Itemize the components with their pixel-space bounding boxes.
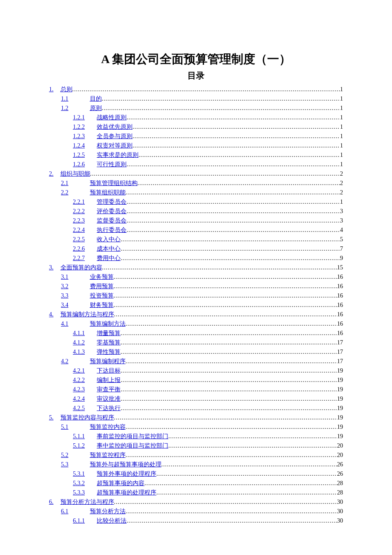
toc-page-number: 3 xyxy=(340,207,343,216)
toc-number-link[interactable]: 4. xyxy=(49,310,54,319)
toc-label-link[interactable]: 监督委员会 xyxy=(97,216,127,225)
toc-number-link[interactable]: 1.1 xyxy=(61,94,69,103)
toc-label-link[interactable]: 零基预算 xyxy=(97,338,121,347)
toc-label-link[interactable]: 下达目标 xyxy=(97,366,121,375)
toc-label-link[interactable]: 预算编制方法与程序 xyxy=(61,310,114,319)
toc-number-link[interactable]: 2.2 xyxy=(61,188,69,197)
toc-number-link[interactable]: 6. xyxy=(49,497,54,506)
toc-label-link[interactable]: 全员参与原则 xyxy=(97,132,133,141)
toc-number-link[interactable]: 5. xyxy=(49,413,54,422)
toc-label-link[interactable]: 预算外与超预算事项的处理 xyxy=(90,460,161,469)
toc-label-link[interactable]: 下达执行 xyxy=(97,404,121,413)
toc-number-link[interactable]: 4.2.4 xyxy=(73,394,85,403)
toc-label-link[interactable]: 执行委员会 xyxy=(97,225,127,234)
toc-number-link[interactable]: 4.2 xyxy=(61,357,69,366)
toc-number-link[interactable]: 2.2.5 xyxy=(73,235,85,244)
toc-number-link[interactable]: 6.1.1 xyxy=(73,516,85,525)
toc-label-link[interactable]: 总则 xyxy=(61,85,72,94)
toc-label-link[interactable]: 全面预算的内容 xyxy=(61,263,102,272)
toc-label-link[interactable]: 收入中心 xyxy=(97,235,121,244)
toc-label-link[interactable]: 成本中心 xyxy=(97,244,121,253)
toc-number-link[interactable]: 2.2.1 xyxy=(73,197,85,206)
toc-label-link[interactable]: 原则 xyxy=(90,104,102,113)
toc-label-link[interactable]: 比较分析法 xyxy=(97,516,127,525)
toc-label-link[interactable]: 预算编制方法 xyxy=(90,319,126,328)
toc-page-number: 16 xyxy=(337,329,343,338)
toc-number-link[interactable]: 3.2 xyxy=(61,282,69,291)
toc-label-link[interactable]: 预算编制程序 xyxy=(90,357,126,366)
toc-number-link[interactable]: 5.3.1 xyxy=(73,469,85,478)
toc-number-link[interactable]: 3.4 xyxy=(61,301,69,309)
toc-label-link[interactable]: 预算管理组织结构 xyxy=(90,179,138,188)
toc-dots: ........................................… xyxy=(133,132,340,141)
toc-label-link[interactable]: 组织与职能 xyxy=(61,169,90,178)
toc-row: 1.2.6可行性原则..............................… xyxy=(49,160,343,169)
toc-number-link[interactable]: 4.1.2 xyxy=(73,338,85,347)
toc-number-link[interactable]: 1. xyxy=(49,85,54,94)
toc-number-link[interactable]: 1.2.3 xyxy=(73,132,85,141)
toc-label-link[interactable]: 预算监控内容与程序 xyxy=(61,413,114,422)
toc-label-link[interactable]: 预算监控内容 xyxy=(90,422,126,431)
toc-label-link[interactable]: 评价委员会 xyxy=(97,207,127,216)
toc-label-link[interactable]: 效益优先原则 xyxy=(97,122,133,131)
toc-number-link[interactable]: 2.2.6 xyxy=(73,244,85,253)
toc-label-link[interactable]: 预算组织职能 xyxy=(90,188,126,197)
toc-label-link[interactable]: 可行性原则 xyxy=(97,160,127,169)
toc-number-link[interactable]: 2.2.2 xyxy=(73,207,85,216)
toc-number-link[interactable]: 5.1 xyxy=(61,422,69,431)
toc-number-link[interactable]: 4.2.2 xyxy=(73,376,85,384)
toc-number-link[interactable]: 3. xyxy=(49,263,54,272)
toc-label-link[interactable]: 审查平衡 xyxy=(97,385,121,394)
toc-number-link[interactable]: 5.1.2 xyxy=(73,441,85,450)
toc-label-link[interactable]: 费用预算 xyxy=(90,282,114,291)
toc-label-link[interactable]: 目的 xyxy=(90,94,102,103)
toc-row: 3.1业务预算.................................… xyxy=(49,272,343,281)
toc-number-link[interactable]: 4.2.1 xyxy=(73,366,85,375)
toc-label-link[interactable]: 财务预算 xyxy=(90,301,114,309)
toc-number-link[interactable]: 3.1 xyxy=(61,272,69,281)
toc-number-link[interactable]: 6.1 xyxy=(61,507,69,516)
toc-label-link[interactable]: 预算分析方法 xyxy=(90,507,126,516)
toc-number-link[interactable]: 1.2 xyxy=(61,104,69,113)
toc-number-link[interactable]: 1.2.4 xyxy=(73,141,85,150)
toc-number-link[interactable]: 5.3 xyxy=(61,460,69,469)
toc-number-link[interactable]: 3.3 xyxy=(61,291,69,300)
toc-label-link[interactable]: 费用中心 xyxy=(97,254,121,263)
toc-label-link[interactable]: 预算外事项的处理程序 xyxy=(97,469,156,478)
toc-number-link[interactable]: 1.2.5 xyxy=(73,150,85,159)
toc-label-link[interactable]: 业务预算 xyxy=(90,272,114,281)
toc-number-link[interactable]: 2.2.4 xyxy=(73,225,85,234)
toc-label-link[interactable]: 事前监控的项目与监控部门 xyxy=(97,432,168,441)
toc-number-link[interactable]: 2.1 xyxy=(61,179,69,188)
toc-number-link[interactable]: 4.1.3 xyxy=(73,347,85,356)
toc-number-link[interactable]: 1.2.6 xyxy=(73,160,85,169)
toc-label-link[interactable]: 增量预算 xyxy=(97,329,121,338)
toc-label-link[interactable]: 管理委员会 xyxy=(97,197,127,206)
toc-number-link[interactable]: 1.2.2 xyxy=(73,122,85,131)
toc-number-link[interactable]: 5.1.1 xyxy=(73,432,85,441)
toc-page-number: 16 xyxy=(337,319,343,328)
toc-label-link[interactable]: 预算分析方法与程序 xyxy=(61,497,114,506)
toc-label-link[interactable]: 预算监控程序 xyxy=(90,451,126,460)
toc-label-link[interactable]: 事中监控的项目与监控部门 xyxy=(97,441,168,450)
toc-number-link[interactable]: 5.2 xyxy=(61,451,69,460)
toc-label-link[interactable]: 权责对等原则 xyxy=(97,141,133,150)
toc-number-link[interactable]: 2.2.7 xyxy=(73,254,85,263)
toc-number-link[interactable]: 2.2.3 xyxy=(73,216,85,225)
toc-label-link[interactable]: 战略性原则 xyxy=(97,113,127,122)
toc-number-link[interactable]: 4.1.1 xyxy=(73,329,85,338)
toc-number-link[interactable]: 5.3.2 xyxy=(73,479,85,488)
toc-number-link[interactable]: 4.2.3 xyxy=(73,385,85,394)
toc-number-link[interactable]: 4.1 xyxy=(61,319,69,328)
toc-label-link[interactable]: 审议批准 xyxy=(97,394,121,403)
toc-number-link[interactable]: 5.3.3 xyxy=(73,488,85,497)
toc-label-link[interactable]: 投资预算 xyxy=(90,291,114,300)
toc-number-link[interactable]: 4.2.5 xyxy=(73,404,85,413)
toc-label-link[interactable]: 编制上报 xyxy=(97,376,121,384)
toc-number-link[interactable]: 2. xyxy=(49,169,54,178)
toc-label-link[interactable]: 弹性预算 xyxy=(97,347,121,356)
toc-label-link[interactable]: 实事求是的原则 xyxy=(97,150,138,159)
toc-number-link[interactable]: 1.2.1 xyxy=(73,113,85,122)
toc-label-link[interactable]: 超预算事项的处理程序 xyxy=(97,488,156,497)
toc-label-link[interactable]: 超预算事项的内容 xyxy=(97,479,144,488)
